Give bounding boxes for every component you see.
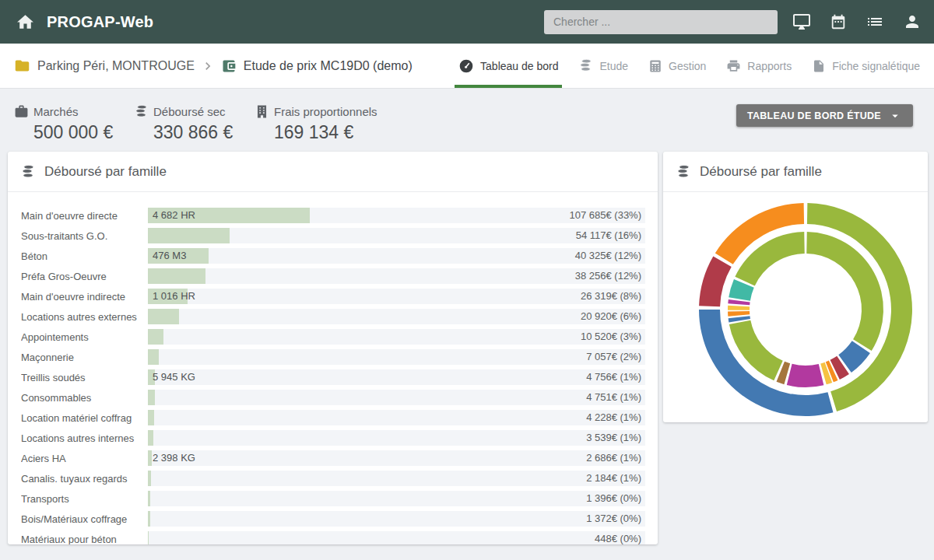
famille-label: Préfa Gros-Oeuvre	[21, 271, 148, 282]
debourse-donut-card: Déboursé par famille	[663, 152, 928, 422]
top-bar: PROGAP-Web	[0, 0, 934, 44]
famille-row[interactable]: Béton476 M340 325€ (12%)	[8, 246, 658, 266]
dashboard-menu-label: TABLEAU DE BORD ÉTUDE	[747, 110, 881, 121]
famille-row[interactable]: Bois/Matériaux coffrage1 372€ (0%)	[8, 509, 658, 529]
donut-card-title: Déboursé par famille	[700, 164, 822, 180]
famille-label: Location matériel coffrag	[21, 412, 148, 424]
tab-fiche-signaletique[interactable]: Fiche signalétique	[812, 44, 920, 88]
bar-amount-label: 107 685€ (33%)	[569, 208, 641, 223]
famille-label: Locations autres externes	[21, 311, 148, 323]
donut-chart	[663, 193, 928, 422]
coins-icon	[20, 164, 36, 180]
famille-row[interactable]: Aciers HA2 398 KG2 686€ (1%)	[8, 448, 658, 468]
famille-row[interactable]: Matériaux pour béton448€ (0%)	[8, 529, 658, 544]
famille-row[interactable]: Location matériel coffrag4 228€ (1%)	[8, 408, 658, 428]
bar-track: 1 016 HR26 319€ (8%)	[148, 289, 645, 304]
search-input[interactable]	[544, 10, 778, 34]
monitor-icon[interactable]	[792, 12, 811, 31]
famille-label: Canalis. tuyaux regards	[21, 473, 148, 485]
calculator-icon	[648, 59, 662, 73]
famille-label: Béton	[21, 250, 148, 262]
famille-row[interactable]: Préfa Gros-Oeuvre38 256€ (12%)	[8, 266, 658, 286]
calendar-icon[interactable]	[830, 13, 847, 30]
bar-amount-label: 4 756€ (1%)	[586, 369, 641, 385]
bar-fill	[148, 491, 150, 506]
bar-track: 4 751€ (1%)	[148, 390, 645, 405]
bar-qty-label: 476 M3	[153, 248, 186, 264]
breadcrumb-project-label: Parking Péri, MONTROUGE	[37, 59, 195, 73]
bar-fill	[148, 430, 153, 446]
bar-qty-label: 1 016 HR	[153, 289, 195, 304]
bar-fill	[148, 531, 149, 544]
donut-inner-segment-magenta[interactable]	[728, 299, 750, 305]
bar-track: 2 184€ (1%)	[148, 471, 645, 486]
bar-amount-label: 54 117€ (16%)	[576, 228, 641, 243]
bar-track: 2 398 KG2 686€ (1%)	[148, 450, 645, 466]
tab-tableau-de-bord[interactable]: Tableau de bord	[458, 44, 558, 88]
tab-label: Fiche signalétique	[832, 60, 920, 72]
famille-label: Locations autres internes	[21, 432, 148, 444]
donut-inner-segment-magenta[interactable]	[787, 364, 824, 387]
breadcrumb-bar: Parking Péri, MONTROUGE Etude de prix MC…	[0, 44, 934, 89]
donut-outer-segment-red[interactable]	[699, 257, 732, 307]
bar-track: 4 682 HR107 685€ (33%)	[148, 208, 645, 223]
user-icon[interactable]	[903, 12, 922, 31]
dashboard-menu-button[interactable]: TABLEAU DE BORD ÉTUDE	[736, 104, 913, 127]
coins-icon	[134, 104, 149, 119]
speedometer-icon	[458, 58, 474, 74]
famille-label: Sous-traitants G.O.	[21, 230, 148, 242]
donut-inner-segment-orange[interactable]	[728, 311, 750, 317]
tab-gestion[interactable]: Gestion	[648, 44, 706, 88]
bars-card-title: Déboursé par famille	[44, 164, 167, 180]
bars-card-header: Déboursé par famille	[8, 152, 658, 192]
bar-amount-label: 10 520€ (3%)	[581, 329, 641, 345]
wallet-icon	[221, 58, 237, 74]
famille-row[interactable]: Appointements10 520€ (3%)	[8, 327, 658, 347]
bar-track: 1 396€ (0%)	[148, 491, 645, 506]
famille-row[interactable]: Consommables4 751€ (1%)	[8, 387, 658, 408]
tab-rapports[interactable]: Rapports	[726, 44, 792, 88]
famille-row[interactable]: Treillis soudés5 945 KG4 756€ (1%)	[8, 367, 658, 387]
bar-amount-label: 26 319€ (8%)	[581, 289, 641, 304]
kpi-debourse-sec: Déboursé sec 330 866 €	[134, 89, 233, 143]
bar-track: 3 539€ (1%)	[148, 430, 645, 446]
famille-row[interactable]: Main d'oeuvre indirecte1 016 HR26 319€ (…	[8, 286, 658, 306]
famille-row[interactable]: Locations autres externes20 920€ (6%)	[8, 306, 658, 327]
bar-track: 7 057€ (2%)	[148, 349, 645, 365]
famille-label: Treillis soudés	[21, 372, 148, 383]
kpi-strip: Marchés 500 000 € Déboursé sec 330 866 €…	[0, 89, 934, 152]
famille-row[interactable]: Locations autres internes3 539€ (1%)	[8, 428, 658, 448]
bar-fill	[148, 329, 163, 345]
bar-amount-label: 2 184€ (1%)	[586, 471, 641, 486]
famille-row[interactable]: Canalis. tuyaux regards2 184€ (1%)	[8, 468, 658, 488]
bar-qty-label: 4 682 HR	[153, 208, 195, 223]
famille-row[interactable]: Maçonnerie7 057€ (2%)	[8, 347, 658, 367]
briefcase-icon	[14, 104, 29, 119]
bar-amount-label: 448€ (0%)	[595, 531, 641, 544]
bar-amount-label: 3 539€ (1%)	[586, 430, 641, 446]
debourse-bars-card: Déboursé par famille Main d'oeuvre direc…	[8, 152, 658, 544]
tab-etude[interactable]: Etude	[578, 44, 628, 88]
bar-fill	[148, 349, 159, 365]
famille-row[interactable]: Sous-traitants G.O.54 117€ (16%)	[8, 226, 658, 246]
file-icon	[812, 59, 826, 73]
donut-inner-segment-yellow[interactable]	[728, 306, 750, 310]
bar-amount-label: 1 372€ (0%)	[586, 511, 641, 527]
breadcrumb-study[interactable]: Etude de prix MC19D0 (demo)	[221, 58, 413, 74]
famille-row[interactable]: Transports1 396€ (0%)	[8, 488, 658, 509]
bar-track: 1 372€ (0%)	[148, 511, 645, 527]
coins-icon	[578, 58, 593, 73]
famille-row[interactable]: Main d'oeuvre directe4 682 HR107 685€ (3…	[8, 205, 658, 226]
tab-label: Rapports	[747, 60, 792, 72]
bar-track: 4 228€ (1%)	[148, 410, 645, 425]
bar-fill	[148, 228, 230, 243]
breadcrumb-project[interactable]: Parking Péri, MONTROUGE	[14, 58, 195, 74]
kpi-marches: Marchés 500 000 €	[14, 89, 113, 143]
bar-fill	[148, 410, 154, 425]
bar-track: 54 117€ (16%)	[148, 228, 645, 243]
breadcrumb: Parking Péri, MONTROUGE Etude de prix MC…	[14, 58, 413, 74]
famille-label: Appointements	[21, 331, 148, 343]
list-icon[interactable]	[866, 12, 884, 31]
home-icon[interactable]	[16, 12, 35, 32]
kpi-label: Frais proportionnels	[274, 105, 377, 118]
